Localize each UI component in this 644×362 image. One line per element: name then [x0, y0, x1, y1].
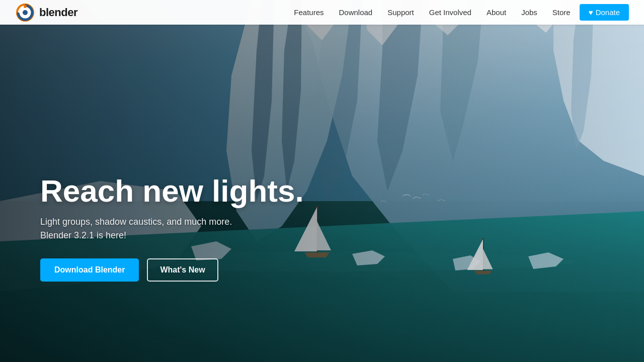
donate-button[interactable]: ♥ Donate — [580, 4, 629, 21]
nav-item-support[interactable]: Support — [381, 8, 420, 17]
hero-section: blender Features Download Support Get In… — [0, 0, 644, 362]
nav-item-store[interactable]: Store — [546, 8, 577, 17]
donate-label: Donate — [596, 8, 620, 17]
nav-link-store[interactable]: Store — [546, 5, 577, 20]
hero-subtitle-line1: Light groups, shadow caustics, and much … — [40, 217, 232, 227]
nav-link-jobs[interactable]: Jobs — [515, 5, 543, 20]
nav-link-get-involved[interactable]: Get Involved — [423, 5, 477, 20]
hero-content: Reach new lights. Light groups, shadow c… — [40, 174, 304, 282]
logo-container[interactable]: blender — [15, 3, 77, 23]
nav-item-about[interactable]: About — [480, 8, 512, 17]
nav-links: Features Download Support Get Involved A… — [288, 4, 629, 21]
hero-buttons: Download Blender What's New — [40, 258, 304, 282]
nav-item-features[interactable]: Features — [288, 8, 330, 17]
navigation: blender Features Download Support Get In… — [0, 0, 644, 25]
hero-subtitle: Light groups, shadow caustics, and much … — [40, 215, 304, 242]
nav-link-about[interactable]: About — [480, 5, 512, 20]
nav-item-jobs[interactable]: Jobs — [515, 8, 543, 17]
hero-title: Reach new lights. — [40, 174, 304, 207]
whats-new-button[interactable]: What's New — [147, 258, 218, 282]
nav-item-get-involved[interactable]: Get Involved — [423, 8, 477, 17]
svg-point-38 — [23, 10, 28, 15]
nav-link-support[interactable]: Support — [381, 5, 420, 20]
blender-logo-icon — [15, 3, 35, 23]
svg-point-37 — [24, 5, 27, 8]
nav-link-features[interactable]: Features — [288, 5, 330, 20]
download-blender-button[interactable]: Download Blender — [40, 258, 139, 282]
logo-text: blender — [39, 6, 77, 19]
nav-link-download[interactable]: Download — [333, 5, 378, 20]
hero-subtitle-line2: Blender 3.2.1 is here! — [40, 230, 126, 240]
heart-icon: ♥ — [589, 8, 593, 17]
nav-item-donate[interactable]: ♥ Donate — [580, 4, 629, 21]
nav-item-download[interactable]: Download — [333, 8, 378, 17]
